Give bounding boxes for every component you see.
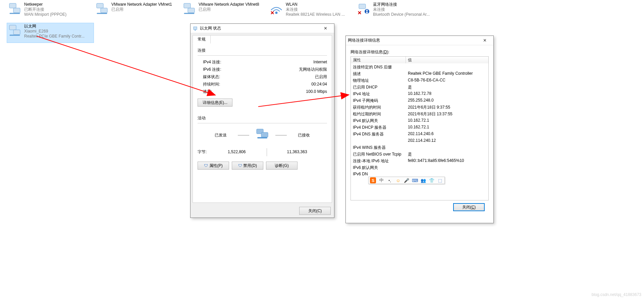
table-row[interactable]: 描述Realtek PCIe GBE Family Controller [351,71,488,77]
cell-value: 255.255.248.0 [406,98,488,104]
cell-value: 202.114.240.6 [406,131,488,138]
section-connection: 连接 [198,48,327,53]
cell-value: C8-5B-76-E6-CA-CC [406,77,488,84]
close-button[interactable]: 关闭(C) [453,203,485,211]
cell-property: IPv4 子网掩码 [351,98,406,104]
table-row[interactable]: 租约过期的时间2021年6月18日 13:37:55 [351,111,488,118]
close-button[interactable]: 关闭(C) [299,207,331,215]
ime-button[interactable]: 👥 [420,177,426,183]
status-row: 速度:100.0 Mbps [198,88,327,95]
adapter-sub1: 已启用 [199,7,259,12]
table-row[interactable]: 已启用 DHCP是 [351,84,488,91]
ime-button[interactable]: 👕 [429,177,435,183]
adapter-name: Netkeeper [24,2,66,7]
table-row[interactable]: 物理地址C8-5B-76-E6-CA-CC [351,77,488,84]
table-row[interactable]: IPv4 DHCP 服务器10.162.72.1 [351,124,488,131]
titlebar[interactable]: 以太网 状态 ✕ [191,24,334,33]
cell-value: 是 [406,84,488,91]
list-label: 网络连接详细信息(D): [351,49,489,55]
table-row[interactable]: 连接-本地 IPv6 地址fe80::b471:8a85:6fe6:5465%1… [351,158,488,165]
adapter-item[interactable]: VMware Network Adapter VMnet1已启用 [94,1,181,21]
disable-button[interactable]: 🛡 禁用(D) [232,162,263,170]
svg-rect-3 [101,8,107,13]
adapter-item[interactable]: WLAN未连接Realtek 8821AE Wireless LAN ... [268,1,356,21]
ime-button[interactable]: •, [387,177,393,183]
adapter-name: 以太网 [24,24,85,29]
table-row[interactable]: 202.114.240.12 [351,138,488,144]
table-row[interactable]: IPv4 地址10.162.72.78 [351,91,488,98]
adapter-item[interactable]: Netkeeper已断开连接WAN Miniport (PPPOE) [7,1,94,21]
adapter-icon [8,24,21,37]
table-row[interactable]: 已启用 NetBIOS over Tcpip是 [351,151,488,158]
table-row[interactable]: IPv6 默认网关 [351,165,488,171]
table-row[interactable]: IPv4 默认网关10.162.72.1 [351,118,488,124]
cell-property: 租约过期的时间 [351,111,406,118]
titlebar[interactable]: 网络连接详细信息 ✕ [346,36,493,45]
cell-value [406,64,488,71]
shield-icon: 🛡 [204,163,208,168]
cell-property: 连接-本地 IPv6 地址 [351,158,406,165]
diagnose-button[interactable]: 诊断(G) [266,162,298,170]
connection-details-dialog: 网络连接详细信息 ✕ 网络连接详细信息(D): 属性 值 连接特定的 DNS 后… [345,36,494,223]
table-row[interactable]: 连接特定的 DNS 后缀 [351,64,488,71]
list-header[interactable]: 属性 值 [351,57,488,63]
adapter-sub1: 未连接 [373,7,430,12]
ime-toolbar[interactable]: S中•,☺🎤⌨👥👕⬚ [368,177,445,184]
status-value: 100.0 Mbps [306,89,327,94]
table-row[interactable]: IPv4 WINS 服务器 [351,144,488,151]
cell-property [351,138,406,144]
cell-property: 已启用 NetBIOS over Tcpip [351,151,406,158]
close-icon[interactable]: ✕ [319,25,332,32]
svg-rect-16 [261,132,268,137]
adapter-sub2: Realtek PCIe GBE Family Contr... [24,34,85,39]
ime-button[interactable]: ⬚ [437,177,443,183]
activity-icon [244,126,281,144]
adapter-icon [8,2,21,15]
adapter-ethernet[interactable]: 以太网 Xiaomi_E269 Realtek PCIe GBE Family … [7,23,94,43]
cell-property: IPv4 WINS 服务器 [351,144,406,151]
ime-button[interactable]: 🎤 [404,177,410,183]
adapter-name: VMware Network Adapter VMnet8 [199,2,259,7]
cell-property: IPv4 DHCP 服务器 [351,124,406,131]
col-property[interactable]: 属性 [351,57,406,63]
status-row: 持续时间:00:24:04 [198,80,327,88]
cell-value: 10.162.72.1 [406,124,488,131]
cell-value: 是 [406,151,488,158]
ime-button[interactable]: S [370,177,376,183]
status-key: IPv4 连接: [198,59,221,65]
adapter-name: WLAN [286,2,345,7]
network-adapters-list: Netkeeper已断开连接WAN Miniport (PPPOE)VMware… [7,1,476,21]
ime-button[interactable]: 中 [378,177,384,183]
table-row[interactable]: IPv4 子网掩码255.255.248.0 [351,98,488,104]
adapter-name: VMware Network Adapter VMnet1 [111,2,172,7]
adapter-icon [182,2,196,15]
svg-rect-0 [9,3,16,8]
adapter-sub2: WAN Miniport (PPPOE) [24,12,66,17]
bytes-sent: 1,522,806 [207,150,267,154]
status-value: 已启用 [315,74,327,80]
received-label: 已接收 [281,132,327,138]
close-icon[interactable]: ✕ [478,37,491,44]
cell-property: 获得租约的时间 [351,104,406,111]
adapter-item[interactable]: 蓝牙网络连接未连接Bluetooth Device (Personal Ar..… [356,1,443,21]
svg-rect-11 [9,25,16,30]
adapter-sub1: 未连接 [286,7,345,12]
svg-point-6 [276,12,277,14]
status-value: 00:24:04 [311,82,327,86]
details-button[interactable]: 详细信息(E)... [198,99,232,107]
adapter-sub1: 已断开连接 [24,7,66,12]
col-value[interactable]: 值 [406,57,488,63]
status-row: IPv4 连接:Internet [198,58,327,66]
cell-value [406,144,488,151]
ime-button[interactable]: ⌨ [412,177,418,183]
sent-label: 已发送 [198,132,244,138]
table-row[interactable]: 获得租约的时间2021年6月18日 9:37:55 [351,104,488,111]
table-row[interactable]: IPv4 DNS 服务器202.114.240.6 [351,131,488,138]
cell-property: IPv4 默认网关 [351,118,406,124]
properties-button[interactable]: 🛡 属性(P) [198,162,229,170]
tab-general[interactable]: 常规 [193,35,211,44]
adapter-item[interactable]: VMware Network Adapter VMnet8已启用 [181,1,268,21]
ime-button[interactable]: ☺ [395,177,401,183]
svg-rect-14 [195,30,196,31]
cell-value: 10.162.72.78 [406,91,488,98]
